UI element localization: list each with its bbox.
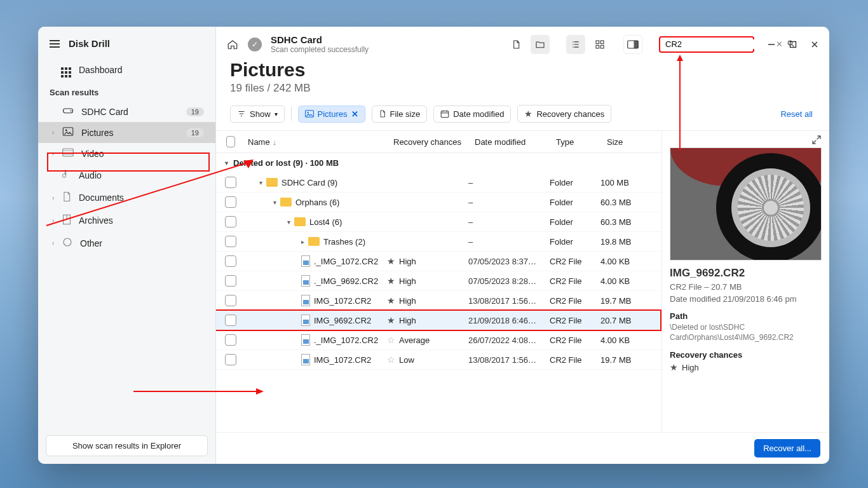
sidebar-item-label: Audio — [79, 170, 102, 180]
date-value: 26/07/2022 4:08… — [468, 336, 550, 345]
svg-point-23 — [307, 112, 308, 113]
table-row[interactable]: IMG_1072.CR2★High13/08/2017 1:56…CR2 Fil… — [216, 291, 661, 311]
main: ✓ SDHC Card Scan completed successfully … — [216, 27, 829, 464]
star-icon: ★ — [670, 362, 678, 372]
calendar-icon — [440, 110, 449, 118]
filter-pictures[interactable]: Pictures ✕ — [298, 105, 365, 123]
col-date[interactable]: Date modified — [468, 137, 550, 147]
group-label: Deleted or lost (9) · 100 MB — [233, 158, 339, 168]
sort-arrow-icon: ↓ — [273, 137, 277, 147]
type-value: CR2 File — [550, 296, 600, 306]
show-dropdown[interactable]: Show ▾ — [230, 105, 285, 123]
table-row[interactable]: IMG_1072.CR2☆Low13/08/2017 1:56…CR2 File… — [216, 350, 661, 370]
checkbox[interactable] — [225, 236, 236, 247]
table-row[interactable]: ▾ Lost4 (6)–Folder60.3 MB — [216, 212, 661, 232]
close-icon[interactable] — [809, 39, 820, 50]
home-icon[interactable] — [224, 36, 241, 53]
folder-icon[interactable] — [531, 35, 550, 54]
checkbox[interactable] — [225, 196, 236, 208]
checkbox[interactable] — [225, 334, 236, 346]
file-name: Lost4 (6) — [309, 217, 342, 227]
size-value: 4.00 KB — [600, 257, 655, 266]
checkbox[interactable] — [225, 255, 236, 267]
checkbox[interactable] — [225, 177, 236, 188]
folder-icon — [294, 217, 306, 226]
file-group-row[interactable]: ▾ Deleted or lost (9) · 100 MB — [216, 153, 661, 173]
file-name: SDHC Card (9) — [281, 178, 337, 187]
table-row[interactable]: ▾ SDHC Card (9)–Folder100 MB — [216, 173, 661, 193]
table-row[interactable]: ▸ Trashes (2)–Folder19.8 MB — [216, 232, 661, 252]
file-icon[interactable] — [506, 35, 526, 54]
svg-rect-13 — [600, 45, 604, 48]
preview-path: \Deleted or lost\SDHC Card\Orphans\Lost4… — [670, 322, 822, 342]
close-chip-icon[interactable]: ✕ — [351, 109, 358, 119]
col-name[interactable]: Name ↓ — [241, 137, 387, 147]
sidebar-item-documents[interactable]: ›Documents — [38, 186, 215, 209]
list-view-icon[interactable] — [566, 35, 585, 54]
device-subtitle: Scan completed successfully — [271, 45, 369, 54]
show-in-explorer-button[interactable]: Show scan results in Explorer — [46, 435, 208, 456]
checkbox[interactable] — [225, 315, 236, 326]
recover-all-button[interactable]: Recover all... — [754, 439, 820, 458]
toggle-panel-icon[interactable] — [623, 35, 642, 54]
col-size[interactable]: Size — [600, 137, 655, 147]
hamburger-icon[interactable] — [50, 40, 60, 48]
page-subtitle: 19 files / 242 MB — [230, 82, 815, 95]
checkbox[interactable] — [225, 216, 236, 227]
checkbox[interactable] — [225, 295, 236, 306]
col-recovery[interactable]: Recovery chances — [387, 137, 468, 147]
table-row[interactable]: ▾ Orphans (6)–Folder60.3 MB — [216, 193, 661, 212]
count-badge: 19 — [186, 128, 204, 137]
title-block: SDHC Card Scan completed successfully — [271, 34, 369, 54]
checkbox-all[interactable] — [226, 136, 235, 147]
table-row[interactable]: ._IMG_1072.CR2★High07/05/2023 8:37…CR2 F… — [216, 252, 661, 271]
table-row[interactable]: IMG_9692.CR2★High21/09/2018 6:46…CR2 Fil… — [216, 311, 661, 330]
table-row[interactable]: ._IMG_9692.CR2★High07/05/2023 8:28…CR2 F… — [216, 271, 661, 291]
filter-file-size[interactable]: File size — [372, 105, 428, 123]
image-icon — [305, 110, 314, 118]
sidebar-item-label: Pictures — [81, 128, 114, 138]
filter-date[interactable]: Date modified — [433, 105, 511, 123]
filter-recovery[interactable]: ★ Recovery chances — [517, 105, 611, 123]
sidebar-item-dashboard[interactable]: Dashboard — [38, 57, 215, 83]
file-name: ._IMG_9692.CR2 — [314, 276, 378, 286]
size-value: 19.8 MB — [600, 237, 655, 247]
size-value: 19.7 MB — [600, 355, 655, 365]
preview-meta: CR2 File – 20.7 MB — [670, 282, 822, 292]
table-row[interactable]: ._IMG_1072.CR2☆Average26/07/2022 4:08…CR… — [216, 330, 661, 350]
sidebar-item-sdhc-card[interactable]: SDHC Card19 — [38, 101, 215, 122]
date-value: 07/05/2023 8:28… — [468, 276, 550, 286]
date-value: 21/09/2018 6:46… — [468, 316, 550, 325]
footer: Recover all... — [216, 432, 829, 464]
type-value: CR2 File — [550, 316, 600, 325]
checkbox[interactable] — [225, 354, 236, 365]
chevron-right-icon[interactable]: ▸ — [301, 238, 304, 245]
minimize-icon[interactable] — [766, 39, 777, 50]
sidebar-item-pictures[interactable]: ›Pictures19 — [38, 122, 215, 143]
search-input[interactable] — [665, 39, 772, 49]
sidebar-item-video[interactable]: ›Video — [38, 143, 215, 164]
chevron-down-icon[interactable]: ▾ — [287, 219, 290, 226]
grid-view-icon[interactable] — [590, 35, 609, 54]
type-value: Folder — [550, 178, 600, 187]
file-icon — [301, 334, 310, 346]
sidebar-group-label: Scan results — [38, 83, 215, 101]
maximize-icon[interactable] — [787, 39, 799, 50]
checkbox[interactable] — [225, 275, 236, 287]
reset-all-link[interactable]: Reset all — [780, 109, 815, 119]
check-icon: ✓ — [248, 37, 262, 51]
folder-icon — [280, 198, 292, 207]
chevron-down-icon[interactable]: ▾ — [259, 179, 262, 186]
sidebar-item-audio[interactable]: Audio — [38, 164, 215, 186]
sidebar-item-archives[interactable]: ›Archives — [38, 209, 215, 232]
expand-icon[interactable] — [811, 135, 823, 146]
chevron-down-icon[interactable]: ▾ — [273, 199, 276, 206]
search-box[interactable]: ✕ — [659, 36, 754, 53]
star-icon: ☆ — [387, 355, 395, 365]
sidebar-item-other[interactable]: ›Other — [38, 232, 215, 254]
filter-date-label: Date modified — [453, 109, 504, 119]
recovery-value: High — [399, 276, 416, 286]
date-value: – — [468, 178, 550, 187]
device-title: SDHC Card — [271, 34, 369, 45]
col-type[interactable]: Type — [550, 137, 600, 147]
